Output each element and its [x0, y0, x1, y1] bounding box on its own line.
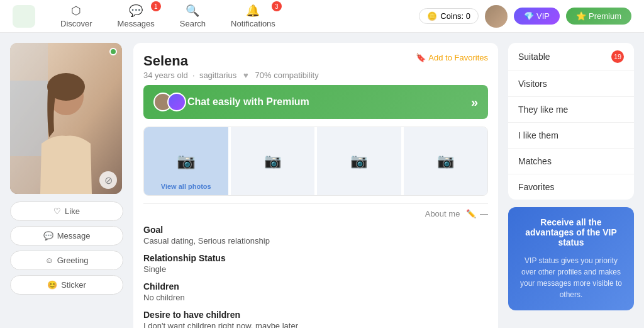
sidebar-item-they-like-me[interactable]: They like me	[508, 97, 634, 123]
vip-button[interactable]: 💎 VIP	[514, 8, 560, 25]
greeting-label: Greeting	[57, 256, 89, 265]
sticker-icon: 😊	[47, 280, 57, 290]
sidebar-visitors-label: Visitors	[518, 79, 547, 89]
profile-name: Selena	[143, 53, 319, 69]
chevrons-icon: »	[471, 95, 478, 110]
sticker-button[interactable]: 😊 Sticker	[10, 275, 123, 295]
photos-grid: 📷 View all photos 📷 📷 📷	[143, 127, 488, 196]
add-to-favorites-button[interactable]: 🔖 Add to Favorites	[416, 53, 488, 62]
sidebar-nav-card: Suitable 19 Visitors They like me I like…	[508, 43, 634, 200]
chat-premium-label: Chat easily with Premium	[187, 96, 309, 108]
profile-compatibility: 70% compatibility	[255, 71, 319, 80]
coins-button[interactable]: 🪙 Coins: 0	[419, 8, 479, 24]
compatibility-heart-icon: ♥	[243, 71, 248, 80]
notifications-icon: 🔔	[246, 4, 260, 18]
goal-section: Goal Casual dating, Serious relationship	[143, 225, 488, 246]
camera-icon-4: 📷	[437, 153, 454, 169]
block-icon[interactable]: ⊘	[99, 171, 117, 189]
sticker-label: Sticker	[61, 280, 86, 290]
profile-header: Selena 34 years old · sagittarius ♥ 70% …	[143, 53, 488, 80]
children-label: Children	[143, 281, 488, 291]
photo-cell-4[interactable]: 📷	[404, 127, 488, 195]
sidebar-favorites-label: Favorites	[518, 182, 555, 192]
desire-children-label: Desire to have children	[143, 310, 488, 320]
children-section: Children No children	[143, 281, 488, 302]
online-indicator	[109, 48, 117, 55]
photo-cell-2[interactable]: 📷	[231, 127, 315, 195]
collapse-icon: —	[480, 209, 488, 218]
sidebar-suitable-badge: 19	[611, 50, 624, 63]
bookmark-icon: 🔖	[416, 53, 426, 62]
message-label: Message	[57, 231, 91, 240]
like-button[interactable]: ♡ Like	[10, 201, 123, 221]
view-all-photos-label: View all photos	[161, 183, 211, 190]
about-me-label: About me	[425, 209, 460, 218]
chat-avatars	[153, 93, 181, 111]
photo-cell-1[interactable]: 📷 View all photos	[144, 127, 228, 195]
notifications-badge: 3	[272, 1, 282, 11]
left-column: ⊘ ♡ Like 💬 Message ☺ Greeting 😊 Sticker	[10, 43, 123, 328]
sidebar-item-favorites[interactable]: Favorites	[508, 174, 634, 200]
photo-cell-3[interactable]: 📷	[317, 127, 401, 195]
nav-search-label: Search	[180, 19, 206, 28]
sidebar-item-i-like-them[interactable]: I like them	[508, 123, 634, 149]
vip-promo-card: Receive all the advantages of the VIP st…	[508, 207, 634, 310]
coins-label: Coins: 0	[440, 11, 470, 21]
coins-icon: 🪙	[427, 11, 437, 21]
avatar-image	[485, 5, 508, 28]
premium-button[interactable]: ⭐ Premium	[566, 8, 631, 25]
children-value: No children	[143, 293, 488, 302]
messages-icon: 💬	[129, 4, 143, 18]
header-right: 🪙 Coins: 0 💎 VIP ⭐ Premium	[419, 5, 631, 28]
svg-point-4	[47, 73, 85, 101]
nav-notifications-label: Notifications	[231, 19, 275, 28]
action-buttons: ♡ Like 💬 Message ☺ Greeting 😊 Sticker	[10, 201, 123, 295]
camera-icon-3: 📷	[350, 153, 367, 169]
chat-premium-button[interactable]: Chat easily with Premium »	[143, 85, 488, 119]
greeting-icon: ☺	[45, 256, 53, 265]
sidebar-item-visitors[interactable]: Visitors	[508, 71, 634, 97]
message-button[interactable]: 💬 Message	[10, 226, 123, 246]
messages-badge: 1	[151, 1, 161, 11]
main-layout: ⊘ ♡ Like 💬 Message ☺ Greeting 😊 Sticker	[0, 33, 644, 328]
discover-icon: ⬡	[71, 4, 81, 18]
profile-info: 34 years old · sagittarius ♥ 70% compati…	[143, 71, 319, 80]
chat-premium-left: Chat easily with Premium	[153, 93, 309, 111]
camera-icon-2: 📷	[264, 153, 281, 169]
greeting-button[interactable]: ☺ Greeting	[10, 251, 123, 270]
nav-notifications[interactable]: 3 🔔 Notifications	[218, 0, 288, 32]
svg-rect-2	[10, 81, 48, 156]
message-icon: 💬	[43, 231, 53, 240]
svg-point-3	[48, 77, 84, 115]
sidebar-matches-label: Matches	[518, 156, 552, 166]
nav-search[interactable]: 🔍 Search	[167, 0, 218, 32]
sidebar-i-like-them-label: I like them	[518, 130, 558, 140]
desire-children-section: Desire to have children I don't want chi…	[143, 310, 488, 328]
chat-avatar-2	[167, 93, 186, 111]
vip-icon: 💎	[524, 11, 534, 21]
user-avatar[interactable]	[485, 5, 508, 28]
profile-age: 34 years old	[143, 71, 188, 80]
sidebar-they-like-me-label: They like me	[518, 105, 568, 115]
vip-promo-body: VIP status gives you priority over other…	[518, 255, 624, 300]
app-logo	[13, 5, 35, 28]
add-favorites-label: Add to Favorites	[428, 53, 488, 62]
heart-icon: ♡	[53, 206, 61, 216]
premium-label: Premium	[589, 11, 621, 21]
sidebar-suitable-label: Suitable	[518, 52, 550, 62]
edit-icon: ✏️	[466, 209, 476, 218]
search-icon: 🔍	[186, 4, 199, 18]
sidebar-item-matches[interactable]: Matches	[508, 149, 634, 174]
nav-messages[interactable]: 1 💬 Messages	[105, 0, 167, 32]
profile-image-container: ⊘	[10, 43, 122, 194]
vip-promo-title: Receive all the advantages of the VIP st…	[518, 217, 624, 247]
right-sidebar: Suitable 19 Visitors They like me I like…	[508, 43, 634, 328]
nav-discover[interactable]: ⬡ Discover	[48, 0, 105, 32]
nav-discover-label: Discover	[60, 19, 92, 28]
main-nav: ⬡ Discover 1 💬 Messages 🔍 Search 3 🔔 Not…	[48, 0, 413, 32]
relationship-section: Relationship Status Single	[143, 253, 488, 274]
sidebar-item-suitable[interactable]: Suitable 19	[508, 43, 634, 71]
svg-rect-1	[10, 43, 48, 194]
premium-icon: ⭐	[576, 11, 586, 21]
profile-sign: sagittarius	[199, 71, 236, 80]
